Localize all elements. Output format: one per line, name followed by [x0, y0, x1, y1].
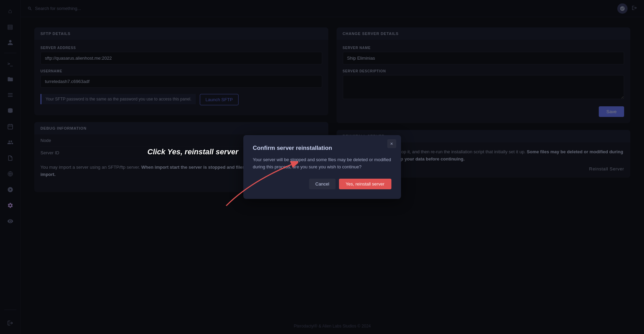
modal-actions: Cancel Yes, reinstall server — [253, 179, 391, 189]
modal-close-button[interactable]: × — [387, 139, 396, 148]
modal-overlay: × Confirm server reinstallation Your ser… — [0, 0, 644, 334]
modal-title: Confirm server reinstallation — [253, 145, 391, 152]
modal: × Confirm server reinstallation Your ser… — [243, 135, 401, 199]
modal-cancel-button[interactable]: Cancel — [309, 179, 335, 189]
modal-confirm-button[interactable]: Yes, reinstall server — [339, 179, 391, 189]
modal-body: Your server will be stopped and some fil… — [253, 156, 391, 171]
